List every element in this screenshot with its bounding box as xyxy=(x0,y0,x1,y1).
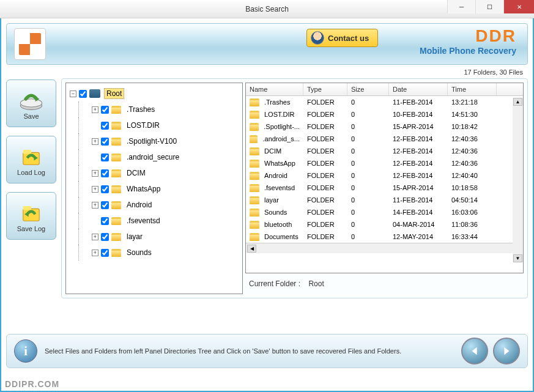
scroll-down-icon[interactable]: ▼ xyxy=(513,254,522,262)
table-row[interactable]: SoundsFOLDER014-FEB-201416:03:06 xyxy=(246,206,523,218)
expand-icon[interactable]: + xyxy=(92,106,98,113)
tree-item[interactable]: +Android xyxy=(67,197,241,213)
table-row[interactable]: DCIMFOLDER012-FEB-201412:40:36 xyxy=(246,145,523,157)
folder-icon xyxy=(111,233,121,241)
cell-type: FOLDER xyxy=(303,98,347,106)
table-row[interactable]: layarFOLDER011-FEB-201404:50:14 xyxy=(246,194,523,206)
folder-icon xyxy=(250,135,258,143)
back-button[interactable] xyxy=(461,338,488,364)
folder-icon xyxy=(111,153,121,161)
cell-type: FOLDER xyxy=(303,172,347,179)
load-log-button[interactable]: Load Log xyxy=(6,136,56,183)
tree-item[interactable]: +WhatsApp xyxy=(67,181,241,197)
col-date[interactable]: Date xyxy=(389,83,448,95)
cell-name: bluetooth xyxy=(246,221,303,229)
contact-avatar-icon xyxy=(311,31,324,45)
tree-checkbox[interactable] xyxy=(101,153,109,161)
tree-checkbox[interactable] xyxy=(101,249,109,257)
file-list[interactable]: Name Type Size Date Time .TrashesFOLDER0… xyxy=(245,83,524,273)
cell-size: 0 xyxy=(347,184,389,191)
svg-marker-10 xyxy=(504,347,509,355)
folder-icon xyxy=(111,106,121,114)
tree-item-label: DCIM xyxy=(125,168,147,178)
tree-item[interactable]: +.Trashes xyxy=(67,102,241,117)
folder-icon xyxy=(111,201,121,209)
expand-icon[interactable]: + xyxy=(92,202,98,209)
cell-size: 0 xyxy=(347,233,389,240)
tree-item[interactable]: +layar xyxy=(67,229,241,245)
scroll-left-icon[interactable]: ◀ xyxy=(247,245,256,253)
cell-time: 12:40:36 xyxy=(448,147,497,155)
tree-item[interactable]: LOST.DIR xyxy=(67,117,241,133)
table-row[interactable]: LOST.DIRFOLDER010-FEB-201414:51:30 xyxy=(246,108,523,120)
expand-icon[interactable]: + xyxy=(92,234,98,240)
expand-icon[interactable]: + xyxy=(92,138,98,145)
close-button[interactable]: ✕ xyxy=(503,0,534,13)
expand-icon[interactable]: + xyxy=(92,186,98,193)
cell-name: DCIM xyxy=(246,147,303,155)
tree-item-label: .Spotlight-V100 xyxy=(125,136,179,146)
folder-icon xyxy=(111,169,121,177)
table-row[interactable]: .fseventsdFOLDER015-APR-201410:18:58 xyxy=(246,182,523,194)
tree-item[interactable]: +Sounds xyxy=(67,245,241,261)
col-name[interactable]: Name xyxy=(246,83,303,95)
tree-root[interactable]: −Root xyxy=(67,86,241,102)
cell-time: 10:18:58 xyxy=(448,184,497,191)
tree-panel[interactable]: −Root+.TrashesLOST.DIR+.Spotlight-V100.a… xyxy=(65,83,243,294)
next-button[interactable] xyxy=(493,338,520,364)
table-row[interactable]: .Spotlight-...FOLDER015-APR-201410:18:42 xyxy=(246,120,523,133)
minimize-button[interactable]: ─ xyxy=(447,0,475,13)
cell-date: 14-FEB-2014 xyxy=(389,209,448,216)
cell-date: 12-FEB-2014 xyxy=(389,135,448,142)
current-folder-value: Root xyxy=(308,279,324,288)
tree-checkbox[interactable] xyxy=(101,138,109,146)
table-row[interactable]: WhatsAppFOLDER012-FEB-201412:40:36 xyxy=(246,157,523,169)
expand-icon[interactable]: + xyxy=(92,170,98,177)
load-log-icon xyxy=(18,143,45,168)
table-row[interactable]: bluetoothFOLDER004-MAR-201411:08:36 xyxy=(246,218,523,231)
tree-item[interactable]: +.Spotlight-V100 xyxy=(67,133,241,149)
scroll-up-icon[interactable]: ▲ xyxy=(513,98,522,106)
tree-checkbox[interactable] xyxy=(79,90,87,98)
tree-checkbox[interactable] xyxy=(101,233,109,241)
folder-icon xyxy=(250,209,259,216)
tree-item[interactable]: .android_secure xyxy=(67,149,241,165)
tree-checkbox[interactable] xyxy=(101,185,109,193)
nav-buttons xyxy=(461,338,520,364)
tree-checkbox[interactable] xyxy=(101,201,109,209)
tree-checkbox[interactable] xyxy=(101,169,109,177)
tree-item[interactable]: .fseventsd xyxy=(67,213,241,229)
save-log-button[interactable]: Save Log xyxy=(6,192,56,240)
tree-checkbox[interactable] xyxy=(101,106,109,114)
save-log-label: Save Log xyxy=(17,225,45,232)
cell-time: 04:50:14 xyxy=(448,196,497,204)
horizontal-scrollbar[interactable]: ◀ ▶ xyxy=(246,243,523,253)
col-type[interactable]: Type xyxy=(303,83,347,95)
col-size[interactable]: Size xyxy=(347,83,389,95)
tree-item-label: Sounds xyxy=(125,248,154,257)
svg-point-1 xyxy=(20,99,42,107)
tree-item-label: Android xyxy=(125,200,154,210)
col-time[interactable]: Time xyxy=(448,83,497,95)
list-wrap: Name Type Size Date Time .TrashesFOLDER0… xyxy=(245,83,524,294)
table-row[interactable]: AndroidFOLDER012-FEB-201412:40:40 xyxy=(246,169,523,182)
tree-item-label: layar xyxy=(125,232,144,242)
current-folder-label: Current Folder : xyxy=(249,279,300,288)
tree-checkbox[interactable] xyxy=(101,122,109,130)
brand-block: DDR Mobile Phone Recovery xyxy=(420,28,516,56)
vertical-scrollbar[interactable]: ▲ ▼ xyxy=(513,98,523,262)
table-row[interactable]: .android_s...FOLDER012-FEB-201412:40:36 xyxy=(246,133,523,145)
collapse-icon[interactable]: − xyxy=(70,91,76,97)
maximize-button[interactable]: ☐ xyxy=(475,0,503,13)
cell-type: FOLDER xyxy=(303,221,347,228)
tree-checkbox[interactable] xyxy=(101,217,109,225)
tree-item[interactable]: +DCIM xyxy=(67,165,241,181)
cell-date: 12-FEB-2014 xyxy=(389,160,448,167)
tree-item-label: .android_secure xyxy=(125,152,181,162)
cell-time: 16:03:06 xyxy=(448,209,497,216)
expand-icon[interactable]: + xyxy=(92,250,98,256)
contact-us-button[interactable]: Contact us xyxy=(306,29,378,47)
save-button[interactable]: Save xyxy=(6,80,56,127)
table-row[interactable]: DocumentsFOLDER012-MAY-201416:33:44 xyxy=(246,231,523,243)
table-row[interactable]: .TrashesFOLDER011-FEB-201413:21:18 xyxy=(246,96,523,108)
